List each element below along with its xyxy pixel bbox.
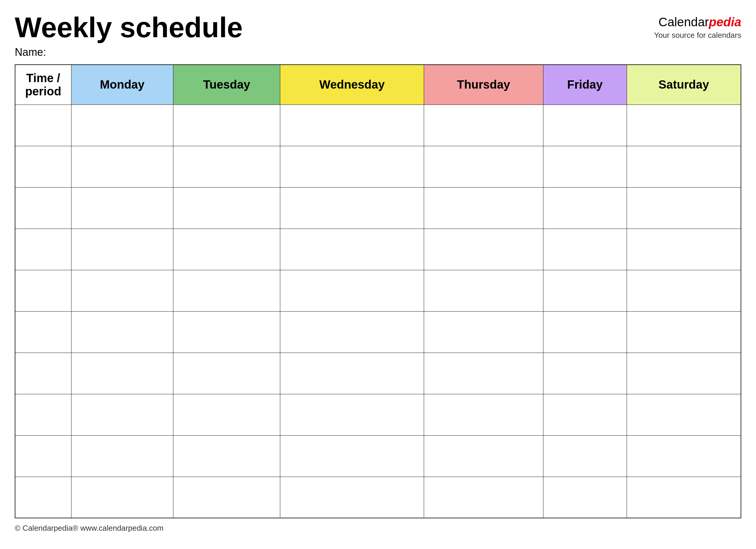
cell-row4-col1[interactable] (71, 270, 173, 311)
cell-row5-col4[interactable] (424, 311, 543, 353)
table-row[interactable] (15, 435, 741, 477)
cell-row9-col6[interactable] (627, 477, 741, 518)
cell-row1-col6[interactable] (627, 146, 741, 187)
cell-row3-col3[interactable] (280, 229, 424, 270)
cell-row8-col3[interactable] (280, 435, 424, 477)
cell-row2-col5[interactable] (543, 187, 627, 229)
cell-row6-col1[interactable] (71, 353, 173, 394)
cell-row7-col0[interactable] (15, 394, 71, 435)
cell-row3-col5[interactable] (543, 229, 627, 270)
cell-row5-col3[interactable] (280, 311, 424, 353)
cell-row3-col2[interactable] (173, 229, 280, 270)
cell-row8-col6[interactable] (627, 435, 741, 477)
logo-text: Calendarpedia (654, 15, 741, 30)
cell-row0-col2[interactable] (173, 105, 280, 146)
cell-row1-col3[interactable] (280, 146, 424, 187)
cell-row9-col2[interactable] (173, 477, 280, 518)
cell-row0-col1[interactable] (71, 105, 173, 146)
cell-row1-col5[interactable] (543, 146, 627, 187)
schedule-body (15, 105, 741, 518)
cell-row4-col4[interactable] (424, 270, 543, 311)
cell-row7-col4[interactable] (424, 394, 543, 435)
cell-row0-col4[interactable] (424, 105, 543, 146)
cell-row0-col3[interactable] (280, 105, 424, 146)
cell-row7-col1[interactable] (71, 394, 173, 435)
cell-row8-col0[interactable] (15, 435, 71, 477)
logo-section: Calendarpedia Your source for calendars (654, 12, 741, 40)
cell-row8-col4[interactable] (424, 435, 543, 477)
page-title: Weekly schedule (15, 12, 243, 43)
cell-row2-col3[interactable] (280, 187, 424, 229)
cell-row3-col6[interactable] (627, 229, 741, 270)
cell-row1-col1[interactable] (71, 146, 173, 187)
cell-row2-col0[interactable] (15, 187, 71, 229)
cell-row9-col4[interactable] (424, 477, 543, 518)
cell-row3-col1[interactable] (71, 229, 173, 270)
cell-row0-col6[interactable] (627, 105, 741, 146)
col-header-wednesday: Wednesday (280, 65, 424, 105)
cell-row6-col0[interactable] (15, 353, 71, 394)
cell-row6-col4[interactable] (424, 353, 543, 394)
table-row[interactable] (15, 105, 741, 146)
cell-row7-col3[interactable] (280, 394, 424, 435)
cell-row3-col0[interactable] (15, 229, 71, 270)
cell-row2-col6[interactable] (627, 187, 741, 229)
cell-row5-col2[interactable] (173, 311, 280, 353)
table-row[interactable] (15, 270, 741, 311)
name-label: Name: (15, 46, 243, 58)
table-row[interactable] (15, 146, 741, 187)
table-row[interactable] (15, 311, 741, 353)
cell-row2-col1[interactable] (71, 187, 173, 229)
col-header-tuesday: Tuesday (173, 65, 280, 105)
logo-pedia-part: pedia (709, 15, 741, 29)
col-header-monday: Monday (71, 65, 173, 105)
page-wrapper: Weekly schedule Name: Calendarpedia Your… (15, 12, 741, 533)
table-row[interactable] (15, 394, 741, 435)
cell-row8-col2[interactable] (173, 435, 280, 477)
cell-row7-col2[interactable] (173, 394, 280, 435)
cell-row9-col0[interactable] (15, 477, 71, 518)
cell-row4-col6[interactable] (627, 270, 741, 311)
cell-row2-col4[interactable] (424, 187, 543, 229)
col-header-saturday: Saturday (627, 65, 741, 105)
logo-calendar-part: Calendar (659, 15, 709, 29)
cell-row6-col3[interactable] (280, 353, 424, 394)
cell-row9-col3[interactable] (280, 477, 424, 518)
cell-row1-col4[interactable] (424, 146, 543, 187)
cell-row9-col5[interactable] (543, 477, 627, 518)
cell-row4-col3[interactable] (280, 270, 424, 311)
title-section: Weekly schedule Name: (15, 12, 243, 58)
cell-row6-col6[interactable] (627, 353, 741, 394)
cell-row2-col2[interactable] (173, 187, 280, 229)
logo-tagline: Your source for calendars (654, 31, 741, 40)
cell-row9-col1[interactable] (71, 477, 173, 518)
table-header-row: Time / period Monday Tuesday Wednesday T… (15, 65, 741, 105)
cell-row3-col4[interactable] (424, 229, 543, 270)
cell-row0-col5[interactable] (543, 105, 627, 146)
cell-row5-col0[interactable] (15, 311, 71, 353)
cell-row5-col6[interactable] (627, 311, 741, 353)
cell-row5-col5[interactable] (543, 311, 627, 353)
col-header-thursday: Thursday (424, 65, 543, 105)
col-header-time: Time / period (15, 65, 71, 105)
cell-row8-col1[interactable] (71, 435, 173, 477)
table-row[interactable] (15, 229, 741, 270)
cell-row1-col2[interactable] (173, 146, 280, 187)
cell-row4-col0[interactable] (15, 270, 71, 311)
cell-row7-col5[interactable] (543, 394, 627, 435)
cell-row1-col0[interactable] (15, 146, 71, 187)
footer-copyright: © Calendarpedia® www.calendarpedia.com (15, 524, 741, 533)
cell-row0-col0[interactable] (15, 105, 71, 146)
table-row[interactable] (15, 477, 741, 518)
schedule-table: Time / period Monday Tuesday Wednesday T… (15, 64, 741, 519)
table-row[interactable] (15, 187, 741, 229)
cell-row5-col1[interactable] (71, 311, 173, 353)
header-area: Weekly schedule Name: Calendarpedia Your… (15, 12, 741, 58)
cell-row6-col2[interactable] (173, 353, 280, 394)
cell-row8-col5[interactable] (543, 435, 627, 477)
cell-row7-col6[interactable] (627, 394, 741, 435)
cell-row6-col5[interactable] (543, 353, 627, 394)
cell-row4-col5[interactable] (543, 270, 627, 311)
table-row[interactable] (15, 353, 741, 394)
cell-row4-col2[interactable] (173, 270, 280, 311)
